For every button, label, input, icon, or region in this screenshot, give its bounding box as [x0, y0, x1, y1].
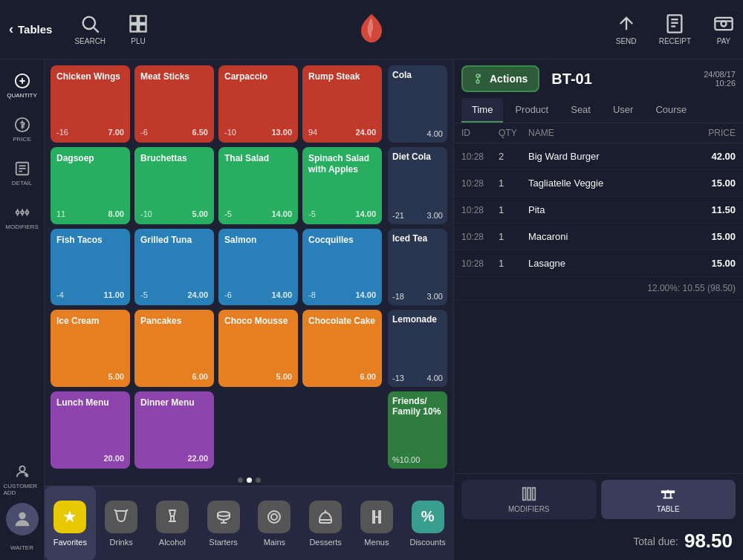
send-button[interactable]: SEND — [616, 13, 637, 45]
tile-dagsoep[interactable]: Dagsoep 11 8.00 — [51, 147, 130, 224]
back-to-tables[interactable]: ‹ Tables — [9, 22, 52, 37]
tab-user[interactable]: User — [603, 98, 643, 123]
plu-button[interactable]: PLU — [128, 13, 149, 45]
svg-point-34 — [19, 512, 25, 519]
tile-bruschetta[interactable]: Bruchettas -10 5.00 — [134, 147, 214, 224]
waiter-button[interactable] — [6, 503, 39, 535]
footer-table-button[interactable]: TABLE — [601, 480, 736, 519]
footer-modifiers-label: MODIFIERS — [508, 505, 550, 513]
col-qty: QTY — [499, 128, 528, 138]
order-time: 10:26 — [704, 79, 736, 88]
tile-empty-1 — [218, 391, 298, 469]
category-menus[interactable]: Menus — [351, 486, 403, 560]
search-button[interactable]: SEARCH — [74, 13, 106, 45]
tile-choco-mousse[interactable]: Choco Mousse 5.00 — [218, 310, 298, 387]
order-panel: Actions BT-01 24/08/17 10:26 Time Produc… — [453, 59, 743, 560]
side-tile-lemonade[interactable]: Lemonade -13 4.00 — [388, 310, 447, 387]
col-name: NAME — [528, 128, 684, 138]
category-desserts[interactable]: Desserts — [300, 486, 351, 560]
order-table-header: ID QTY NAME PRICE — [454, 123, 743, 143]
tab-time[interactable]: Time — [461, 98, 503, 123]
tile-meat-sticks[interactable]: Meat Sticks -6 6.50 — [134, 65, 214, 143]
alcohol-label: Alcohol — [159, 538, 186, 547]
category-drinks[interactable]: Drinks — [96, 486, 147, 560]
back-chevron-icon: ‹ — [9, 22, 13, 37]
discounts-icon: % — [412, 501, 444, 533]
category-discounts[interactable]: % Discounts — [402, 486, 453, 560]
col-id: ID — [461, 128, 499, 138]
pay-label: PAY — [717, 37, 731, 45]
tile-empty-2 — [302, 391, 382, 469]
tile-thai-salad[interactable]: Thai Salad -5 14.00 — [218, 147, 298, 224]
sidebar-modifiers-button[interactable]: MODIFIERS — [4, 197, 41, 238]
drinks-icon — [105, 501, 137, 533]
starters-icon — [207, 501, 240, 533]
menus-icon — [360, 501, 393, 533]
receipt-button[interactable]: RECEIPT — [659, 13, 691, 45]
category-starters[interactable]: Starters — [198, 486, 249, 560]
quantity-label: QUANTITY — [7, 92, 36, 99]
page-dot-1 — [238, 478, 243, 483]
tile-rump-steak[interactable]: Rump Steak 94 24.00 — [302, 65, 382, 143]
svg-rect-3 — [139, 16, 146, 23]
top-bar-right: SEND RECEIPT PAY — [616, 13, 734, 45]
tab-seat[interactable]: Seat — [560, 98, 601, 123]
svg-point-42 — [271, 514, 277, 520]
tile-pancakes[interactable]: Pancakes 6.00 — [134, 310, 214, 387]
brand-logo — [358, 13, 385, 47]
svg-rect-2 — [131, 16, 137, 23]
order-item-5[interactable]: 10:28 1 Lasagne 15.00 — [454, 250, 743, 277]
sidebar-customer-add-button[interactable]: CUSTOMER ADD — [4, 459, 41, 500]
mains-label: Mains — [264, 538, 285, 547]
category-alcohol[interactable]: Alcohol — [147, 486, 198, 560]
category-favorites[interactable]: ★ Favorites — [45, 486, 96, 560]
tab-product[interactable]: Product — [504, 98, 559, 123]
side-tile-iced-tea[interactable]: Iced Tea -18 3.00 — [388, 229, 447, 306]
footer-table-label: TABLE — [657, 505, 680, 513]
waiter-avatar — [6, 503, 39, 535]
svg-rect-50 — [528, 488, 531, 501]
sidebar-detail-button[interactable]: DETAIL — [4, 153, 41, 194]
total-due-amount: 98.50 — [684, 530, 733, 553]
tab-course[interactable]: Course — [645, 98, 697, 123]
product-grid-side: Cola 4.00 Diet Cola -21 3.00 Iced Tea — [388, 65, 447, 469]
menus-label: Menus — [364, 538, 389, 547]
sidebar-price-button[interactable]: PRICE — [4, 109, 41, 150]
footer-modifiers-button[interactable]: MODIFIERS — [461, 480, 597, 519]
tile-chicken-wings[interactable]: Chicken Wings -16 7.00 — [51, 65, 130, 143]
svg-point-38 — [218, 512, 230, 516]
order-table-name: BT-01 — [551, 71, 591, 88]
tile-fish-tacos[interactable]: Fish Tacos -4 11.00 — [51, 229, 130, 306]
order-item-2[interactable]: 10:28 1 Tagliatelle Veggie 15.00 — [454, 170, 743, 197]
actions-button[interactable]: Actions — [461, 65, 539, 92]
page-dot-indicator — [45, 475, 453, 486]
sidebar-quantity-button[interactable]: QUANTITY — [4, 65, 41, 106]
tile-salmon[interactable]: Salmon -6 14.00 — [218, 229, 298, 306]
tile-cocquilles[interactable]: Cocquilles -8 14.00 — [302, 229, 382, 306]
svg-point-48 — [476, 80, 479, 83]
side-tile-cola[interactable]: Cola 4.00 — [388, 65, 447, 143]
side-tile-diet-cola[interactable]: Diet Cola -21 3.00 — [388, 147, 447, 224]
svg-point-23 — [21, 211, 24, 214]
tile-chocolate-cake[interactable]: Chocolate Cake 6.00 — [302, 310, 382, 387]
pay-button[interactable]: PAY — [713, 13, 734, 45]
page-dot-3 — [256, 478, 261, 483]
order-item-3[interactable]: 10:28 1 Pita 11.50 — [454, 197, 743, 224]
svg-point-41 — [268, 511, 280, 523]
side-tile-friends-family[interactable]: Friends/ Family 10% %10.00 — [388, 391, 447, 469]
tile-grilled-tuna[interactable]: Grilled Tuna -5 24.00 — [134, 229, 214, 306]
waiter-label: WAITER — [10, 544, 33, 551]
tile-spinach-salad[interactable]: Spinach Salad with Apples -5 14.00 — [302, 147, 382, 224]
category-mains[interactable]: Mains — [249, 486, 300, 560]
product-area: Chicken Wings -16 7.00 Meat Sticks -6 6.… — [45, 59, 453, 560]
tables-label: Tables — [18, 23, 52, 36]
product-grid-container: Chicken Wings -16 7.00 Meat Sticks -6 6.… — [45, 59, 453, 475]
tile-dinner-menu[interactable]: Dinner Menu 22.00 — [134, 391, 214, 469]
order-item-4[interactable]: 10:28 1 Macaroni 15.00 — [454, 224, 743, 250]
order-footer: MODIFIERS TABLE Total due: 98.50 — [454, 473, 743, 560]
order-item-1[interactable]: 10:28 2 Big Ward Burger 42.00 — [454, 143, 743, 170]
order-header: Actions BT-01 24/08/17 10:26 — [454, 59, 743, 98]
tile-ice-cream[interactable]: Ice Cream 5.00 — [51, 310, 130, 387]
tile-carpaccio[interactable]: Carpaccio -10 13.00 — [218, 65, 298, 143]
tile-lunch-menu[interactable]: Lunch Menu 20.00 — [51, 391, 130, 469]
